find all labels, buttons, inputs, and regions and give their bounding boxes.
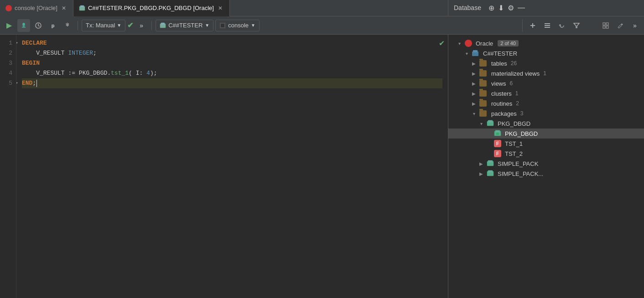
code-line-4: V_RESULT := PKG_DBGD.tst_1( I: 4);: [22, 68, 442, 78]
tree-expand-connection[interactable]: ▾: [463, 50, 470, 57]
svg-rect-23: [473, 50, 478, 52]
db-panel: ▾ Oracle 2 of 40 ▾ C##TESTER ▶ tables 26: [448, 35, 644, 298]
history-button[interactable]: [32, 19, 45, 32]
tree-item-routines[interactable]: ▶ routines 2: [448, 98, 644, 108]
conn1-dropdown[interactable]: C##TESTER ▼: [156, 20, 213, 31]
tx-label: Tx: Manual: [86, 22, 115, 29]
tree-expand-oracle[interactable]: ▾: [456, 40, 463, 47]
svg-rect-16: [545, 27, 550, 28]
layout-icon[interactable]: ⬇: [498, 4, 504, 12]
tree-expand-mat-views[interactable]: ▶: [470, 70, 478, 77]
tree-expand-pkg-dbgd[interactable]: ▾: [478, 120, 485, 127]
add-connection-icon[interactable]: ⊕: [488, 4, 494, 12]
db-grid-button[interactable]: [599, 19, 612, 32]
editor-panel: 1 2 3 4 5 ✔ ▾ DECLARE V_RESULT INTEGER;: [0, 35, 448, 298]
pkg-dbgd-label: PKG_DBGD: [498, 120, 530, 127]
code-area[interactable]: ✔ ▾ DECLARE V_RESULT INTEGER; BEGIN V_R: [16, 35, 448, 298]
simple-pack2-label: SIMPLE_PACK...: [498, 170, 543, 177]
minimize-icon[interactable]: —: [518, 4, 525, 12]
db-more-button[interactable]: »: [628, 19, 641, 32]
tree-item-connection[interactable]: ▾ C##TESTER: [448, 48, 644, 58]
oracle-badge: 2 of 40: [498, 40, 519, 46]
tst2-label: TST_2: [505, 150, 523, 157]
pkg-icon: [79, 5, 85, 11]
svg-rect-30: [488, 160, 493, 163]
conn2-label: console: [228, 22, 249, 29]
views-badge: 6: [510, 80, 513, 87]
db-stop-button[interactable]: [585, 19, 597, 32]
kw-declare: DECLARE: [22, 38, 47, 48]
connection-icon: [472, 50, 479, 57]
type-integer: INTEGER: [68, 48, 93, 58]
code-line-1: ▾ DECLARE: [22, 38, 442, 48]
tree-item-clusters[interactable]: ▶ clusters 1: [448, 88, 644, 98]
tx-manual-dropdown[interactable]: Tx: Manual ▼: [82, 20, 125, 31]
conn2-dropdown[interactable]: console ▼: [215, 20, 260, 31]
fold-marker-5[interactable]: ▾: [16, 78, 18, 88]
tables-label: tables: [491, 60, 507, 67]
paren-close: );: [150, 68, 157, 78]
tree-item-views[interactable]: ▶ views 6: [448, 78, 644, 88]
debug-button[interactable]: [17, 19, 30, 32]
tree-expand-tables[interactable]: ▶: [470, 60, 478, 67]
simple-pack2-icon: [487, 170, 494, 177]
profile-button[interactable]: p: [47, 19, 59, 32]
clusters-folder-icon: [479, 90, 487, 97]
oracle-label: Oracle: [476, 40, 493, 47]
svg-rect-28: [496, 133, 499, 135]
tree-item-pkg-dbgd[interactable]: ▾ PKG_DBGD: [448, 118, 644, 128]
tree-expand-packages[interactable]: ▾: [470, 110, 478, 117]
run-button[interactable]: ▶: [3, 19, 16, 32]
routines-folder-icon: [479, 100, 487, 107]
tab-bar: console [Oracle] ✕ C##TESTER.PKG_DBGD.PK…: [0, 0, 644, 16]
tree-item-tst1[interactable]: F TST_1: [448, 139, 644, 149]
settings-icon[interactable]: ⚙: [508, 4, 514, 12]
tree-expand-simple-pack[interactable]: ▶: [478, 160, 485, 167]
tree-item-tables[interactable]: ▶ tables 26: [448, 58, 644, 68]
db-edit-button[interactable]: [614, 19, 627, 32]
tree-item-tst2[interactable]: F TST_2: [448, 149, 644, 159]
svg-rect-9: [161, 23, 165, 25]
tst2-fn-badge: F: [494, 150, 501, 157]
colon: :: [139, 68, 146, 78]
tree-item-pkg-dbgd-body[interactable]: PKG_DBGD: [448, 128, 644, 139]
mat-views-label: materialized views: [491, 70, 540, 77]
tree-expand-clusters[interactable]: ▶: [470, 90, 478, 97]
tree-item-simple-pack2[interactable]: ▶ SIMPLE_PACK...: [448, 169, 644, 179]
num-4: 4: [146, 68, 150, 78]
console-icon: [5, 5, 12, 11]
tables-folder-icon: [479, 60, 487, 67]
db-list-button[interactable]: [541, 19, 554, 32]
svg-rect-15: [545, 25, 550, 26]
toolbar-more-btn[interactable]: »: [135, 19, 148, 32]
tab-console[interactable]: console [Oracle] ✕: [0, 0, 73, 16]
tab-pkg-close[interactable]: ✕: [217, 5, 224, 12]
tree-item-oracle[interactable]: ▾ Oracle 2 of 40: [448, 38, 644, 48]
tab-pkg[interactable]: C##TESTER.PKG_DBGD.PKG_DBGD [Oracle] ✕: [73, 0, 230, 16]
tree-item-simple-pack[interactable]: ▶ SIMPLE_PACK: [448, 159, 644, 169]
routines-label: routines: [491, 100, 512, 107]
tree-item-mat-views[interactable]: ▶ materialized views 1: [448, 68, 644, 78]
fold-marker-1[interactable]: ▾: [16, 38, 18, 48]
svg-rect-1: [80, 5, 84, 7]
routines-badge: 2: [516, 100, 519, 107]
tree-item-packages[interactable]: ▾ packages 3: [448, 108, 644, 118]
views-folder-icon: [479, 80, 487, 87]
tab-console-label: console [Oracle]: [15, 5, 57, 11]
db-refresh-button[interactable]: [556, 19, 568, 32]
tree-expand-simple-pack2[interactable]: ▶: [478, 170, 485, 177]
svg-marker-17: [574, 23, 579, 28]
tree-expand-routines[interactable]: ▶: [470, 100, 478, 107]
simple-pack-icon: [487, 160, 494, 167]
tab-console-close[interactable]: ✕: [60, 5, 68, 12]
pkg-dbgd-icon: [487, 120, 494, 127]
db-add-button[interactable]: [526, 19, 539, 32]
clusters-badge: 1: [515, 90, 519, 97]
packages-badge: 3: [520, 110, 524, 117]
svg-rect-14: [545, 23, 550, 24]
config-button[interactable]: [61, 19, 74, 32]
commit-button[interactable]: ✔: [127, 21, 133, 30]
editor-content: 1 2 3 4 5 ✔ ▾ DECLARE V_RESULT INTEGER;: [0, 35, 448, 298]
tree-expand-views[interactable]: ▶: [470, 80, 478, 87]
db-filter-button[interactable]: [570, 19, 583, 32]
